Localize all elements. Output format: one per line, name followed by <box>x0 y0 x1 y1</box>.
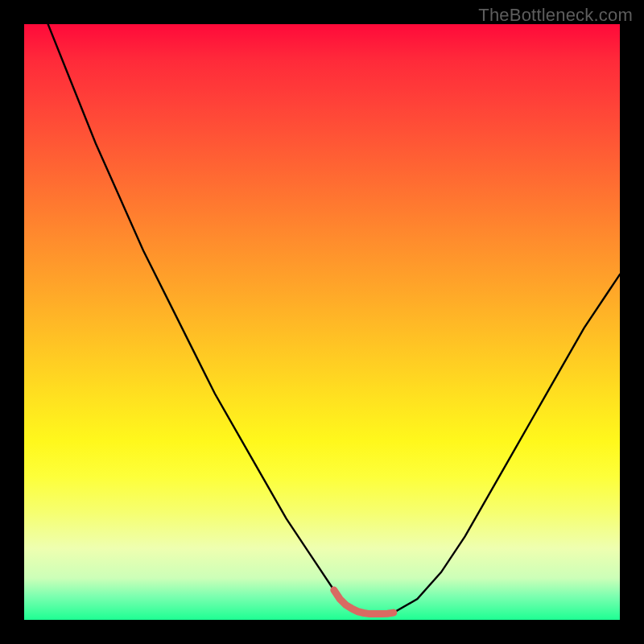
curve-layer <box>24 24 620 620</box>
plot-area <box>24 24 620 620</box>
chart-frame: TheBottleneck.com <box>0 0 644 644</box>
watermark-text: TheBottleneck.com <box>478 5 633 26</box>
optimal-trough <box>334 590 394 614</box>
bottleneck-curve <box>24 0 620 614</box>
